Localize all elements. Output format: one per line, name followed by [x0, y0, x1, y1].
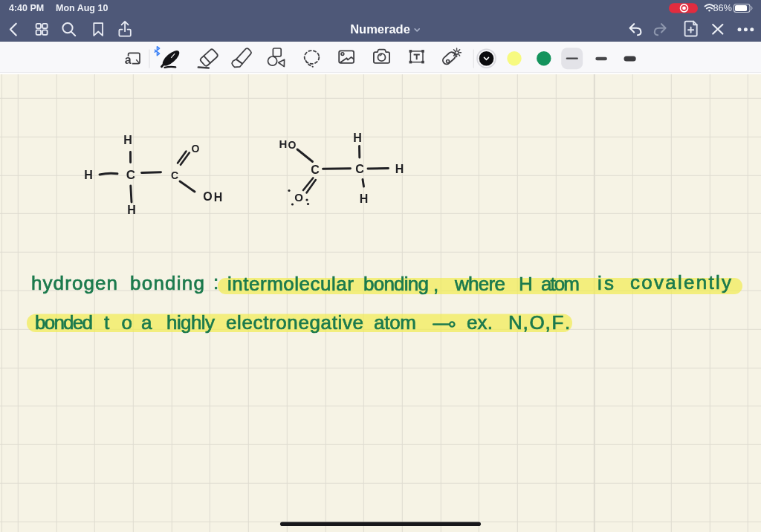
svg-text:Numerade: Numerade	[350, 22, 410, 36]
svg-text:O: O	[530, 311, 545, 334]
svg-text:C: C	[171, 169, 178, 181]
svg-text::: :	[213, 271, 218, 293]
svg-text:electronegative: electronegative	[226, 311, 363, 334]
svg-text:.: .	[565, 311, 570, 334]
svg-text:H: H	[127, 204, 136, 216]
svg-text:highly: highly	[166, 311, 215, 334]
svg-text:H: H	[360, 192, 369, 205]
svg-text:C: C	[311, 163, 320, 176]
svg-text:Mon Aug 10: Mon Aug 10	[56, 3, 108, 13]
svg-text:N: N	[508, 311, 522, 334]
svg-text:O: O	[294, 191, 303, 204]
svg-text:O: O	[203, 190, 212, 203]
svg-text:bonding: bonding	[130, 272, 204, 294]
svg-text:H: H	[519, 273, 533, 295]
svg-text:intermolecular: intermolecular	[227, 273, 354, 295]
svg-text:O: O	[192, 143, 200, 155]
svg-text:H: H	[279, 137, 288, 150]
svg-text:is: is	[598, 272, 614, 294]
svg-text:covalently: covalently	[630, 271, 731, 293]
svg-text:,: ,	[545, 311, 551, 334]
svg-text:H: H	[123, 134, 132, 146]
svg-text:H: H	[353, 132, 362, 144]
svg-text:86%: 86%	[713, 2, 732, 13]
svg-text:hydrogen: hydrogen	[31, 272, 117, 294]
svg-text:4:40 PM: 4:40 PM	[9, 3, 44, 13]
svg-text:where: where	[454, 273, 505, 295]
svg-text:H: H	[214, 191, 223, 204]
svg-text:atom: atom	[541, 273, 580, 295]
svg-text:,: ,	[523, 311, 528, 334]
svg-text:H: H	[395, 163, 404, 175]
svg-text:a: a	[125, 53, 132, 66]
svg-text:F: F	[552, 311, 564, 334]
svg-text:C: C	[355, 163, 364, 175]
svg-text:a: a	[141, 311, 152, 334]
svg-text:bonded: bonded	[35, 311, 93, 334]
svg-text:C: C	[126, 168, 135, 182]
svg-text:,: ,	[433, 273, 438, 296]
svg-text:H: H	[84, 169, 93, 181]
svg-text:bonding: bonding	[363, 273, 429, 295]
svg-text:O: O	[288, 139, 297, 151]
svg-text:ex.: ex.	[467, 311, 493, 334]
svg-text:atom: atom	[374, 311, 416, 334]
